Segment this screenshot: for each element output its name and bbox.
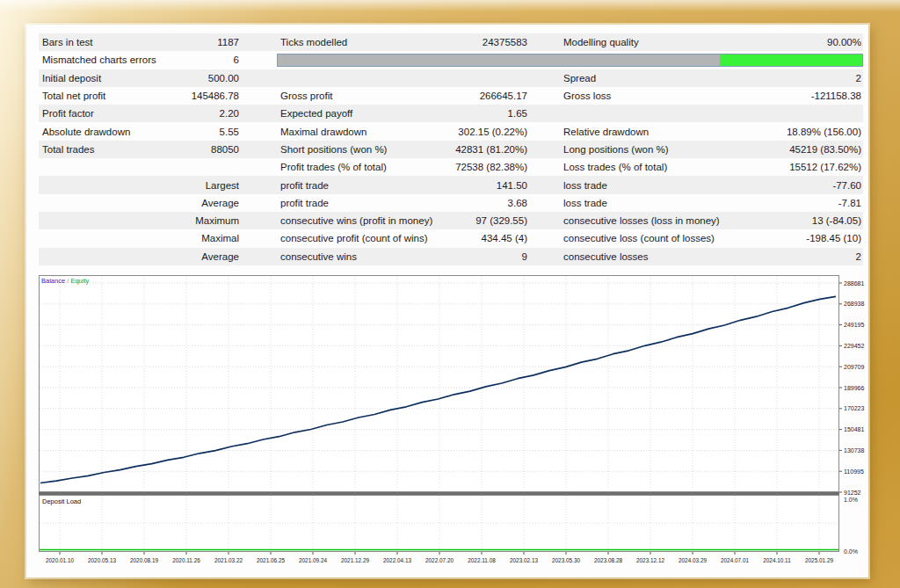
desktop-background: Bars in test1187Ticks modelled24375583Mo… xyxy=(0,0,900,588)
stats-row: Profit trades (% of total)72538 (82.38%)… xyxy=(39,158,863,176)
x-axis-label: 2023.02.13 xyxy=(510,557,538,563)
stat-label: Long positions (won %) xyxy=(560,144,669,155)
stat-label: Loss trades (% of total) xyxy=(560,162,667,172)
stat-cell: Initial deposit500.00 xyxy=(39,69,277,87)
stat-cell: Mismatched charts errors6 xyxy=(39,51,277,69)
subpanel-max-label: 1.0% xyxy=(844,497,858,503)
stat-cell: Average xyxy=(39,248,277,265)
stat-label: Spread xyxy=(560,73,596,83)
stat-value: 3.68 xyxy=(508,198,560,208)
legend-balance: Balance xyxy=(41,277,65,285)
subpanel-min-label: 0.0% xyxy=(844,548,858,555)
stat-cell: Relative drawdown18.89% (156.00) xyxy=(560,122,863,140)
stat-value: 13 (-84.05) xyxy=(812,215,863,226)
stat-label: loss trade xyxy=(560,198,607,208)
x-axis-label: 2024.03.29 xyxy=(679,557,707,563)
stat-label: Mismatched charts errors xyxy=(39,54,156,65)
y-axis-label: 209709 xyxy=(844,364,864,370)
deposit-load-label: Deposit Load xyxy=(42,497,81,505)
stat-value: -198.45 (10) xyxy=(806,233,863,243)
stat-label: Maximal drawdown xyxy=(277,127,367,137)
x-axis-label: 2023.05.30 xyxy=(552,557,580,563)
stat-label: profit trade xyxy=(277,180,329,191)
stats-row: Averageconsecutive wins9consecutive loss… xyxy=(39,248,863,265)
stat-cell: Modelling quality90.00% xyxy=(560,33,863,51)
stat-cell: profit trade3.68 xyxy=(277,194,560,212)
stat-value: 9 xyxy=(522,251,560,262)
stat-label: Total net profit xyxy=(39,91,105,101)
stat-cell: Largest xyxy=(39,176,277,193)
stat-label: Modelling quality xyxy=(560,37,639,47)
stat-cell: Profit factor2.20 xyxy=(39,105,277,122)
strategy-tester-report: Bars in test1187Ticks modelled24375583Mo… xyxy=(26,25,868,577)
stat-label: Gross loss xyxy=(560,91,611,101)
stat-label: Profit factor xyxy=(39,108,94,119)
x-axis-label: 2021.06.25 xyxy=(257,557,285,563)
y-axis-label: 170223 xyxy=(844,405,864,411)
stat-value: 97 (329.55) xyxy=(475,215,560,226)
stat-label: consecutive wins (profit in money) xyxy=(277,215,432,226)
stats-row: Absolute drawdown5.55Maximal drawdown302… xyxy=(39,122,863,140)
stat-value: 1.65 xyxy=(508,108,560,119)
stat-cell xyxy=(39,158,277,176)
stat-cell: loss trade-77.60 xyxy=(560,176,863,193)
stat-cell: Total trades88050 xyxy=(39,141,277,158)
stat-value: 18.89% (156.00) xyxy=(787,127,863,137)
stat-value: 24375583 xyxy=(483,37,560,47)
stat-value: 1187 xyxy=(217,37,277,47)
stat-cell: Bars in test1187 xyxy=(39,33,277,51)
y-axis-label: 110995 xyxy=(844,468,864,475)
y-axis-label: 130738 xyxy=(844,447,864,454)
stat-label: consecutive profit (count of wins) xyxy=(277,233,427,243)
stat-value: 72538 (82.38%) xyxy=(455,162,560,172)
stat-cell: Maximal xyxy=(39,229,277,247)
stat-cell: loss trade-7.81 xyxy=(560,194,863,212)
stat-label: Absolute drawdown xyxy=(39,127,130,137)
stats-row: Maximumconsecutive wins (profit in money… xyxy=(39,212,863,229)
stat-cell: Profit trades (% of total)72538 (82.38%) xyxy=(277,158,560,176)
stat-cell: consecutive losses2 xyxy=(560,248,863,265)
stat-label: Initial deposit xyxy=(39,73,101,83)
x-axis-label: 2022.04.13 xyxy=(383,557,411,563)
stat-label: profit trade xyxy=(277,198,329,208)
stat-value: -77.60 xyxy=(832,180,863,191)
stat-cell: Spread2 xyxy=(560,69,863,87)
stat-value: 434.45 (4) xyxy=(482,233,560,243)
stat-label: Expected payoff xyxy=(277,108,352,119)
chart-legend: Balance / Equity xyxy=(41,277,89,285)
stat-cell: Total net profit145486.78 xyxy=(39,87,277,105)
x-axis-label: 2021.09.24 xyxy=(299,557,327,563)
stats-row: Averageprofit trade3.68loss trade-7.81 xyxy=(39,194,863,212)
stat-value: Maximal xyxy=(201,233,277,243)
stat-label: consecutive loss (count of losses) xyxy=(560,233,715,243)
stat-value: 45219 (83.50%) xyxy=(789,144,863,155)
stat-value: 266645.17 xyxy=(480,91,560,101)
stat-value: 88050 xyxy=(211,144,277,155)
stat-cell: Expected payoff1.65 xyxy=(277,105,560,122)
stat-cell: Long positions (won %)45219 (83.50%) xyxy=(560,141,863,158)
stat-value: Average xyxy=(201,198,277,208)
stat-value: 141.50 xyxy=(497,180,560,191)
stat-value: 302.15 (0.22%) xyxy=(458,127,560,137)
stat-value: Largest xyxy=(206,180,277,191)
stats-row: Mismatched charts errors6 xyxy=(39,51,863,69)
stat-cell: Loss trades (% of total)15512 (17.62%) xyxy=(560,158,863,176)
y-axis-label: 91252 xyxy=(844,490,861,496)
x-axis-label: 2020.01.10 xyxy=(46,557,74,563)
modelling-quality-bar xyxy=(277,54,863,67)
stats-row: Total trades88050Short positions (won %)… xyxy=(39,141,863,158)
stat-value: 90.00% xyxy=(827,37,863,47)
stat-value: 500.00 xyxy=(208,73,277,83)
x-axis-label: 2022.11.08 xyxy=(468,557,496,563)
stat-cell: Maximum xyxy=(39,212,277,229)
modelling-quality-bar-green xyxy=(720,54,862,66)
y-axis-label: 288681 xyxy=(844,280,864,287)
x-axis-label: 2021.12.29 xyxy=(341,557,369,563)
stat-cell xyxy=(560,105,863,122)
y-axis-label: 249195 xyxy=(844,322,864,328)
stat-cell: Ticks modelled24375583 xyxy=(277,33,560,51)
y-axis-label: 229452 xyxy=(844,343,864,349)
x-axis-label: 2020.08.19 xyxy=(130,557,158,563)
stat-label: consecutive wins xyxy=(277,251,357,262)
stat-cell: Short positions (won %)42831 (81.20%) xyxy=(277,141,560,158)
